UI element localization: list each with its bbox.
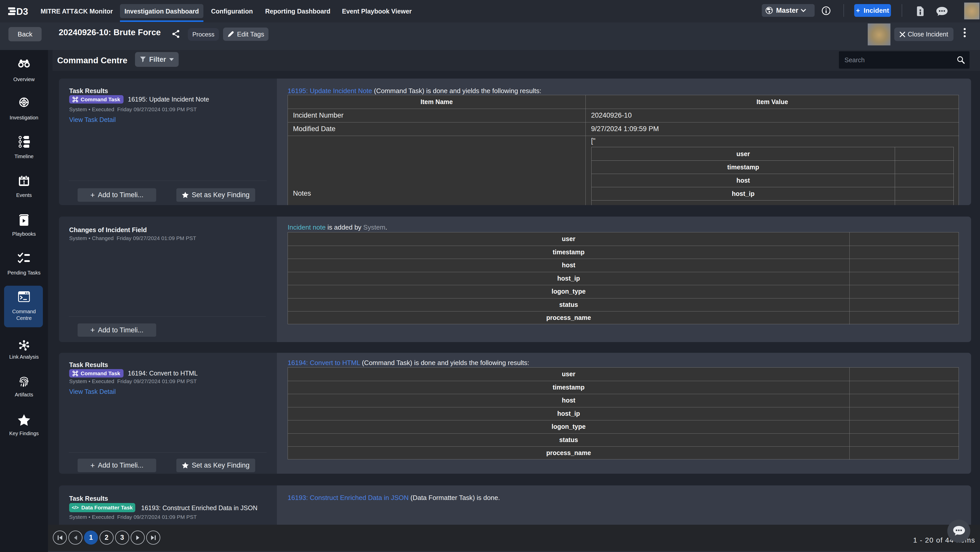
svg-text:D3: D3 [16,7,28,16]
